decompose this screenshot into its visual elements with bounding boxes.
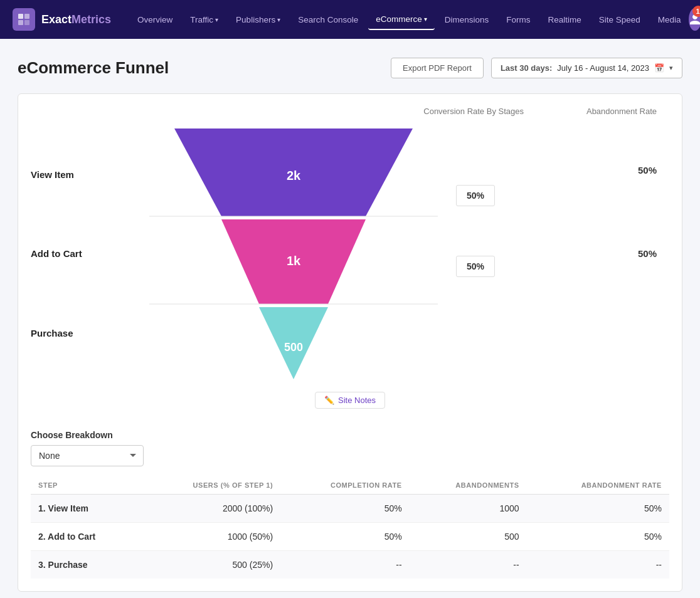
- calendar-icon: 📅: [654, 63, 664, 73]
- svg-rect-3: [24, 20, 29, 25]
- funnel-container: Conversion Rate By Stages Abandonment Ra…: [31, 107, 669, 417]
- date-range-value: July 16 - August 14, 2023: [557, 63, 649, 73]
- funnel-table: STEP USERS (% OF STEP 1) COMPLETION RATE…: [31, 476, 669, 579]
- breakdown-select[interactable]: None Device Browser Country: [31, 445, 144, 466]
- page-title: eCommerce Funnel: [18, 58, 169, 78]
- conversion-box-1: 50%: [456, 185, 495, 206]
- cell-abandonment-rate: 50%: [527, 523, 669, 551]
- table-row: 3. Purchase 500 (25%) -- -- --: [31, 551, 669, 579]
- cell-step: 2. Add to Cart: [31, 523, 139, 551]
- conversion-header: Conversion Rate By Stages: [423, 107, 524, 116]
- table-header-row: STEP USERS (% OF STEP 1) COMPLETION RATE…: [31, 476, 669, 495]
- cell-abandonment-rate: 50%: [527, 495, 669, 523]
- conversion-box-2: 50%: [456, 256, 495, 277]
- table-body: 1. View Item 2000 (100%) 50% 1000 50% 2.…: [31, 495, 669, 579]
- chevron-down-icon: ▾: [277, 16, 280, 23]
- header-actions: Export PDF Report Last 30 days: July 16 …: [391, 58, 682, 78]
- logo-icon: [13, 8, 35, 31]
- nav-item-forms[interactable]: Forms: [499, 10, 538, 29]
- cell-completion: 50%: [280, 523, 410, 551]
- conversion-box-2-wrapper: 50%: [456, 212, 495, 295]
- nav-item-traffic[interactable]: Traffic ▾: [183, 10, 226, 29]
- date-range-picker[interactable]: Last 30 days: July 16 - August 14, 2023 …: [491, 58, 682, 78]
- abandon-rate-3: [657, 296, 663, 379]
- table-row: 2. Add to Cart 1000 (50%) 50% 500 50%: [31, 523, 669, 551]
- cell-abandonments: --: [410, 551, 527, 579]
- cell-users: 500 (25%): [139, 551, 280, 579]
- cell-step: 3. Purchase: [31, 551, 139, 579]
- label-add-to-cart: Add to Cart: [31, 229, 131, 278]
- funnel-value-2: 1k: [287, 254, 301, 268]
- abandon-rate-1: 50%: [638, 129, 663, 212]
- chevron-down-icon: ▾: [424, 16, 427, 23]
- nav-items: Overview Traffic ▾ Publishers ▾ Search C…: [130, 9, 689, 30]
- date-label: Last 30 days:: [501, 63, 552, 73]
- nav-item-dimensions[interactable]: Dimensions: [437, 10, 497, 29]
- logo-metrics: Metrics: [72, 13, 111, 26]
- svg-rect-0: [18, 14, 23, 19]
- conversion-box-1-wrapper: 50%: [456, 129, 495, 212]
- cell-abandonments: 500: [410, 523, 527, 551]
- chevron-down-icon: ▾: [669, 64, 673, 72]
- svg-rect-2: [18, 20, 23, 25]
- nav-item-overview[interactable]: Overview: [130, 10, 180, 29]
- abandon-rate-2: 50%: [638, 212, 663, 295]
- nav-item-site-speed[interactable]: Site Speed: [591, 10, 648, 29]
- nav-item-publishers[interactable]: Publishers ▾: [228, 10, 288, 29]
- funnel-body: View Item Add to Cart Purchase: [31, 122, 669, 386]
- breakdown-label: Choose Breakdown: [31, 430, 669, 440]
- breakdown-section: Choose Breakdown None Device Browser Cou…: [31, 430, 669, 466]
- funnel-header: Conversion Rate By Stages Abandonment Ra…: [31, 107, 669, 116]
- abandonment-header: Abandonment Rate: [586, 107, 657, 116]
- col-users: USERS (% OF STEP 1): [139, 476, 280, 495]
- label-view-item: View Item: [31, 150, 131, 199]
- nav-item-ecommerce[interactable]: eCommerce ▾: [368, 9, 435, 30]
- nav-item-media[interactable]: Media: [650, 10, 689, 29]
- table-row: 1. View Item 2000 (100%) 50% 1000 50%: [31, 495, 669, 523]
- cell-completion: --: [280, 551, 410, 579]
- abandonment-rates: 50% 50%: [607, 122, 669, 386]
- cell-abandonments: 1000: [410, 495, 527, 523]
- page-header: eCommerce Funnel Export PDF Report Last …: [18, 58, 682, 78]
- nav-item-search-console[interactable]: Search Console: [290, 10, 366, 29]
- funnel-value-3: 500: [284, 341, 303, 354]
- cell-step: 1. View Item: [31, 495, 139, 523]
- col-step: STEP: [31, 476, 139, 495]
- nav-item-realtime[interactable]: Realtime: [541, 10, 589, 29]
- user-avatar[interactable]: 1: [689, 8, 700, 31]
- pencil-icon: ✏️: [324, 396, 334, 405]
- cell-users: 2000 (100%): [139, 495, 280, 523]
- funnel-visual: 2k 1k 500: [131, 122, 456, 386]
- funnel-right: 50% 50%: [456, 122, 607, 386]
- cell-completion: 50%: [280, 495, 410, 523]
- site-notes-label: Site Notes: [338, 396, 376, 405]
- cell-abandonment-rate: --: [527, 551, 669, 579]
- logo[interactable]: ExactMetrics: [13, 8, 111, 31]
- funnel-card: Conversion Rate By Stages Abandonment Ra…: [18, 93, 682, 592]
- chevron-down-icon: ▾: [215, 16, 218, 23]
- cell-users: 1000 (50%): [139, 523, 280, 551]
- site-notes-row: ✏️ Site Notes: [31, 392, 669, 409]
- label-purchase: Purchase: [31, 309, 131, 357]
- col-completion: COMPLETION RATE: [280, 476, 410, 495]
- col-abandonments: ABANDONMENTS: [410, 476, 527, 495]
- export-pdf-button[interactable]: Export PDF Report: [391, 58, 484, 78]
- col-abandonment-rate: ABANDONMENT RATE: [527, 476, 669, 495]
- svg-rect-1: [24, 14, 29, 19]
- site-notes-button[interactable]: ✏️ Site Notes: [315, 392, 385, 409]
- funnel-svg: 2k 1k 500: [149, 122, 438, 386]
- navigation: ExactMetrics Overview Traffic ▾ Publishe…: [0, 0, 700, 39]
- funnel-value-1: 2k: [287, 169, 301, 182]
- logo-exact: Exact: [41, 13, 72, 26]
- table-head: STEP USERS (% OF STEP 1) COMPLETION RATE…: [31, 476, 669, 495]
- funnel-labels: View Item Add to Cart Purchase: [31, 122, 131, 386]
- main-content: eCommerce Funnel Export PDF Report Last …: [5, 39, 695, 598]
